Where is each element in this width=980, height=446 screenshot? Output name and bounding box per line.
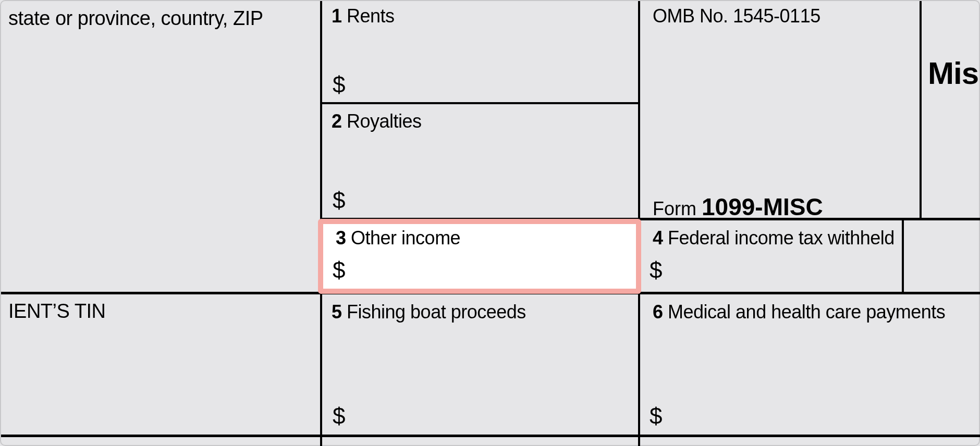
box-num: 5 bbox=[332, 301, 342, 323]
box-label: 4 Federal income tax withheld bbox=[653, 227, 895, 249]
omb-number: OMB No. 1545-0115 bbox=[645, 2, 916, 30]
box-label: 6 Medical and health care payments bbox=[653, 301, 945, 323]
box-num: 6 bbox=[653, 301, 663, 323]
divider bbox=[1, 435, 980, 437]
omb-text: OMB No. 1545-0115 bbox=[653, 5, 820, 27]
dollar-sign: $ bbox=[333, 188, 345, 214]
box-label: 2 Royalties bbox=[332, 110, 422, 132]
form-identifier: Form 1099-MISC bbox=[645, 190, 916, 224]
dollar-sign: $ bbox=[333, 257, 345, 283]
box-label: 5 Fishing boat proceeds bbox=[332, 301, 526, 323]
dollar-sign: $ bbox=[650, 257, 662, 283]
dollar-sign: $ bbox=[333, 72, 345, 98]
form-prefix: Form bbox=[653, 198, 696, 219]
box-label: 3 Other income bbox=[336, 227, 460, 249]
tin-text: IENT’S TIN bbox=[8, 300, 105, 322]
form-title-fragment: Mis bbox=[928, 55, 978, 91]
divider bbox=[920, 1, 922, 220]
box-1-rents: 1 Rents bbox=[324, 2, 632, 30]
box-text: Federal income tax withheld bbox=[668, 227, 895, 249]
box-num: 3 bbox=[336, 227, 346, 249]
box-label: 1 Rents bbox=[332, 5, 395, 27]
dollar-sign: $ bbox=[650, 403, 662, 429]
divider bbox=[320, 102, 638, 104]
box-text: Rents bbox=[347, 5, 395, 27]
box-2-royalties: 2 Royalties bbox=[324, 107, 632, 135]
dollar-sign: $ bbox=[333, 403, 345, 429]
box-text: Medical and health care payments bbox=[668, 301, 945, 323]
box-text: Other income bbox=[351, 227, 460, 249]
box-6-medical-payments: 6 Medical and health care payments bbox=[645, 298, 979, 326]
payer-address-fragment: state or province, country, ZIP bbox=[1, 4, 314, 33]
box-text: Royalties bbox=[347, 110, 422, 132]
title-text: Mis bbox=[928, 56, 978, 91]
box-4-federal-tax-withheld: 4 Federal income tax withheld bbox=[645, 224, 969, 252]
form-number: 1099-MISC bbox=[702, 193, 823, 220]
box-5-fishing-boat: 5 Fishing boat proceeds bbox=[324, 298, 632, 326]
box-num: 2 bbox=[332, 110, 342, 132]
box-num: 1 bbox=[332, 5, 342, 27]
recipient-tin-label: IENT’S TIN bbox=[1, 297, 314, 326]
address-text: state or province, country, ZIP bbox=[8, 7, 263, 29]
form-1099-misc-fragment: state or province, country, ZIP IENT’S T… bbox=[0, 0, 980, 446]
box-3-other-income: 3 Other income bbox=[328, 224, 631, 252]
box-num: 4 bbox=[653, 227, 663, 249]
box-text: Fishing boat proceeds bbox=[347, 301, 526, 323]
